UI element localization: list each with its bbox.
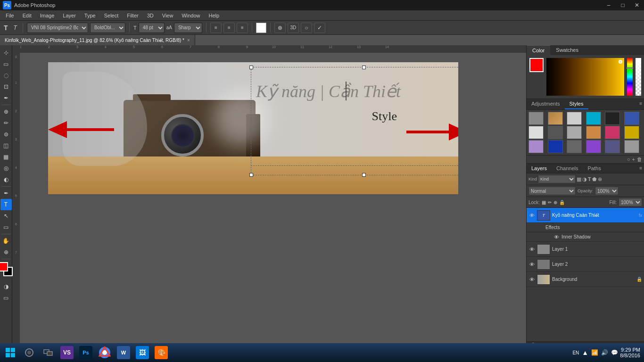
style-swatch-7[interactable] (528, 126, 544, 139)
layer-visibility-text[interactable]: 👁 (528, 212, 535, 219)
layer-name-2[interactable]: Layer 2 (552, 262, 642, 267)
hue-slider[interactable] (627, 58, 633, 96)
gradient-tool[interactable]: ▦ (0, 151, 12, 163)
tray-expand-icon[interactable]: ▲ (582, 349, 588, 356)
styles-tab[interactable]: Styles (565, 99, 588, 109)
alpha-slider[interactable] (636, 58, 641, 96)
fill-select[interactable]: 100% (619, 198, 642, 206)
marquee-tool[interactable]: ▭ (0, 58, 12, 70)
volume-icon[interactable]: 🔊 (601, 349, 608, 356)
layer-name-text[interactable]: Kyõ naěng Caàn Thiết (552, 213, 637, 218)
handle-bm[interactable] (362, 173, 366, 177)
start-button[interactable] (2, 344, 19, 361)
align-center-button[interactable]: ≡ (223, 23, 235, 33)
type-tool[interactable]: T (0, 199, 12, 210)
opacity-select[interactable]: 100% (595, 187, 619, 195)
color-picker-dot[interactable] (619, 60, 622, 64)
layers-tab-channels[interactable]: Channels (552, 164, 583, 173)
handle-bl[interactable] (249, 173, 253, 177)
style-swatch-18[interactable] (624, 140, 639, 153)
style-swatch-4[interactable] (586, 112, 601, 125)
layers-tab-layers[interactable]: Layers (527, 164, 552, 173)
lock-all-button[interactable]: 🔒 (559, 200, 565, 205)
filter-pixel-icon[interactable]: ▦ (577, 176, 581, 182)
quick-mask-button[interactable]: ◑ (0, 281, 12, 292)
network-icon[interactable]: 📶 (591, 349, 598, 356)
menu-image[interactable]: Image (36, 12, 58, 19)
layer-item-background[interactable]: 👁 Background 🔒 (527, 272, 644, 287)
cortana-button[interactable] (21, 344, 38, 361)
foreground-color[interactable] (0, 262, 8, 272)
menu-filter[interactable]: Filter (123, 12, 142, 19)
style-swatch-16[interactable] (586, 140, 601, 153)
menu-edit[interactable]: Edit (19, 12, 35, 19)
layer-visibility-1[interactable]: 👁 (528, 246, 535, 253)
menu-file[interactable]: File (2, 12, 18, 19)
style-swatch-2[interactable] (548, 112, 563, 125)
layer-visibility-2[interactable]: 👁 (528, 261, 535, 268)
word-button[interactable]: W (115, 344, 132, 361)
tab-close-button[interactable]: × (187, 38, 190, 43)
style-default-icon[interactable]: ○ (627, 156, 630, 162)
toggle-3d-button[interactable]: 3D (288, 23, 299, 33)
font-size-select[interactable]: 48 pt (139, 23, 165, 33)
layers-tab-paths[interactable]: Paths (583, 164, 606, 173)
style-swatch-12[interactable] (624, 126, 639, 139)
text-color-swatch[interactable] (256, 23, 266, 33)
commit-button[interactable]: ✓ (314, 23, 325, 33)
filter-shape-icon[interactable]: ⬟ (592, 176, 597, 182)
adjustments-tab[interactable]: Adjustments (527, 99, 565, 109)
notification-icon[interactable]: 💬 (611, 349, 618, 356)
clock[interactable]: 9:29 PM 8/8/2016 (620, 347, 642, 358)
maximize-button[interactable]: □ (616, 0, 630, 10)
menu-view[interactable]: View (158, 12, 177, 19)
chrome-button[interactable] (96, 344, 113, 361)
task-view-button[interactable] (40, 344, 57, 361)
filter-adj-icon[interactable]: ◑ (582, 176, 587, 182)
blur-tool[interactable]: ◎ (0, 163, 12, 174)
font-family-select[interactable]: VNI 08 Springtime2 Bo... (27, 23, 88, 33)
close-button[interactable]: ✕ (630, 0, 644, 10)
menu-type[interactable]: Type (81, 12, 99, 19)
path-select-tool[interactable]: ↖ (0, 210, 12, 222)
stamp-tool[interactable]: ⊚ (0, 129, 12, 140)
hand-tool[interactable]: ✋ (0, 235, 12, 247)
style-swatch-1[interactable] (528, 112, 544, 125)
blend-mode-select[interactable]: Normal (528, 187, 576, 195)
style-swatch-14[interactable] (548, 140, 563, 153)
crop-tool[interactable]: ⊡ (0, 81, 12, 92)
style-delete-icon[interactable]: 🗑 (637, 156, 642, 162)
layer-item-2[interactable]: 👁 Layer 2 (527, 257, 644, 272)
minimize-button[interactable]: – (602, 0, 616, 10)
color-tab-color[interactable]: Color (527, 45, 550, 55)
eyedropper-tool[interactable]: ✒ (0, 92, 12, 104)
style-swatch-13[interactable] (528, 140, 544, 153)
lock-position-button[interactable]: ⊕ (553, 200, 557, 205)
layer-visibility-inner-shadow[interactable]: 👁 (553, 234, 560, 240)
filter-type-icon[interactable]: T (588, 176, 591, 182)
lock-transparent-button[interactable]: ▦ (542, 200, 546, 205)
style-swatch-8[interactable] (548, 126, 563, 139)
color-gradient-picker[interactable] (546, 58, 624, 96)
panel-options-icon[interactable]: ≡ (637, 99, 644, 109)
move-tool[interactable]: ⊹ (0, 47, 12, 58)
text-selection-box[interactable]: Kỹ năng | Cần Thiết (251, 67, 458, 175)
style-swatch-15[interactable] (567, 140, 582, 153)
brush-tool[interactable]: ✏ (0, 117, 12, 129)
layer-fx-badge[interactable]: fx (639, 213, 642, 218)
menu-3d[interactable]: 3D (143, 12, 157, 19)
layer-effects-item[interactable]: Effects (527, 223, 644, 232)
pen-tool[interactable]: ✒ (0, 188, 12, 199)
style-swatch-3[interactable] (567, 112, 582, 125)
warp-button[interactable]: ⊕ (274, 23, 286, 33)
layer-name-bg[interactable]: Background (552, 277, 635, 282)
healing-tool[interactable]: ⊕ (0, 106, 12, 117)
photoshop-taskbar-button[interactable]: Ps (77, 344, 94, 361)
style-swatch-17[interactable] (605, 140, 620, 153)
shape-tool[interactable]: ▭ (0, 222, 12, 233)
cancel-button[interactable]: ○ (301, 23, 312, 33)
menu-help[interactable]: Help (205, 12, 223, 19)
zoom-tool[interactable]: ⊕ (0, 247, 12, 258)
filter-smart-icon[interactable]: ⊕ (598, 176, 602, 182)
layer-visibility-bg[interactable]: 👁 (528, 276, 535, 283)
